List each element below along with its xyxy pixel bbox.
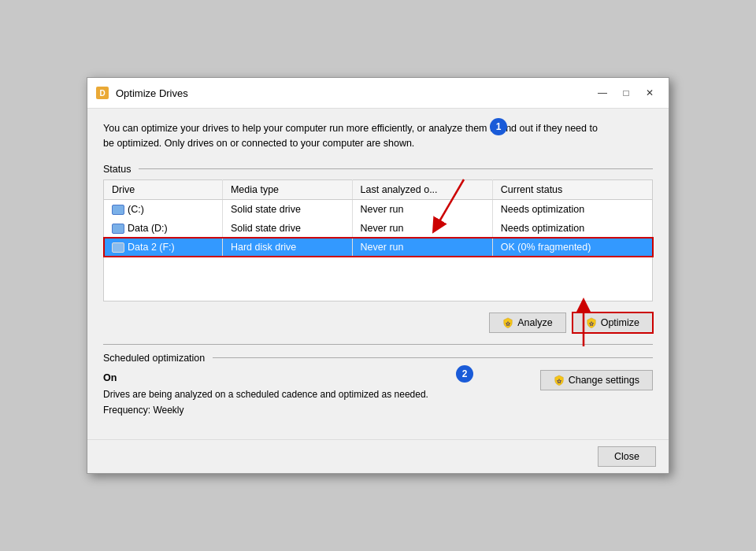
scheduled-info: On Drives are being analyzed on a schedu… [103,370,428,419]
analyze-button[interactable]: ⚝ Analyze [489,312,565,333]
ssd-icon-d [112,224,124,234]
empty-row [104,257,653,279]
status-label: Status [103,164,131,175]
drive-d: Data (D:) [104,219,223,238]
title-bar: D Optimize Drives — □ ✕ [87,78,669,109]
optimize-shield-icon: ⚝ [586,317,597,328]
minimize-button[interactable]: — [591,84,613,102]
app-icon: D [95,86,109,100]
status-f: OK (0% fragmented) [492,238,652,257]
close-button[interactable]: Close [598,446,656,467]
last-analyzed-c: Never run [352,199,492,219]
ssd-icon [112,205,124,215]
scheduled-label: Scheduled optimization [103,353,205,364]
analyze-shield-icon: ⚝ [502,317,513,328]
drive-f: Data 2 (F:) [104,238,223,257]
close-window-button[interactable]: ✕ [639,84,661,102]
restore-button[interactable]: □ [615,84,637,102]
window-controls: — □ ✕ [591,84,661,102]
annotation-circle-1: 1 [490,118,507,135]
scheduled-content: On Drives are being analyzed on a schedu… [103,370,653,419]
action-buttons: ⚝ Analyze ⚝ Optimize [103,312,653,333]
col-current-status: Current status [492,179,652,199]
scheduled-status: On [103,370,428,386]
description-text: You can optimize your drives to help you… [103,121,607,151]
status-c: Needs optimization [492,199,652,219]
col-last-analyzed: Last analyzed o... [352,179,492,199]
frequency-value: Weekly [153,405,183,416]
annotation-circle-2: 2 [456,365,473,383]
optimize-drives-dialog: D Optimize Drives — □ ✕ You can optimize… [87,77,669,474]
empty-row-2 [104,279,653,301]
status-section: Status Drive Media type Last analyzed o.… [103,164,653,301]
media-type-c: Solid state drive [222,199,352,219]
svg-text:⚝: ⚝ [589,320,594,325]
svg-text:⚝: ⚝ [506,320,510,325]
hdd-icon-f [112,242,124,253]
col-drive: Drive [104,179,223,199]
table-row[interactable]: (C:) Solid state drive Never run Needs o… [104,199,653,219]
drive-c: (C:) [104,199,223,219]
table-row[interactable]: Data (D:) Solid state drive Never run Ne… [104,219,653,238]
scheduled-description: Drives are being analyzed on a scheduled… [103,386,428,402]
annotation-1-container: 1 [490,118,507,135]
drives-table: Drive Media type Last analyzed o... Curr… [103,179,653,301]
frequency-label: Frequency: [103,405,150,416]
media-type-f: Hard disk drive [222,238,352,257]
dialog-content: You can optimize your drives to help you… [87,109,669,439]
last-analyzed-f: Never run [352,238,492,257]
status-d: Needs optimization [492,219,652,238]
scheduled-section: Scheduled optimization On Drives are bei… [103,344,653,419]
last-analyzed-d: Never run [352,219,492,238]
table-row-selected[interactable]: Data 2 (F:) Hard disk drive Never run OK… [104,238,653,257]
annotation-2-container: 2 [456,365,473,383]
scheduled-frequency: Frequency: Weekly [103,402,428,418]
optimize-button[interactable]: ⚝ Optimize [573,312,653,333]
change-settings-button[interactable]: ⚝ Change settings [540,370,653,390]
dialog-footer: Close [87,439,669,473]
settings-shield-icon: ⚝ [554,375,565,386]
svg-text:⚝: ⚝ [557,377,561,383]
svg-text:D: D [99,89,105,98]
media-type-d: Solid state drive [222,219,352,238]
dialog-title: Optimize Drives [116,87,591,99]
col-media-type: Media type [222,179,352,199]
